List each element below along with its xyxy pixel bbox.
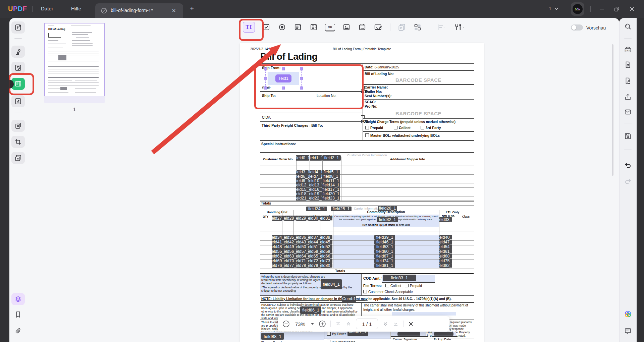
form-field-overlay[interactable]: field25_1 [331,207,352,211]
combobox-field-tool[interactable] [293,23,302,32]
form-field-overlay[interactable]: field18_1 [296,192,309,196]
customer-check-checkbox[interactable] [363,290,367,293]
form-field-overlay[interactable]: field64_1 [296,254,308,259]
form-field-overlay[interactable]: field76_1 [272,263,284,268]
form-field-overlay[interactable]: field6_1 [296,174,309,179]
resize-handle[interactable] [264,87,267,90]
sidebar-item-crop[interactable] [11,136,25,148]
form-field-overlay[interactable] [397,332,420,336]
form-field-overlay[interactable]: field45_1 [320,240,332,244]
tab-close-icon[interactable]: ✕ [172,8,176,14]
undo-button[interactable] [624,161,632,170]
redo-button[interactable] [624,177,632,186]
vertical-scrollbar[interactable] [612,44,613,176]
sidebar-item-attachment[interactable] [14,327,22,335]
form-field-overlay[interactable]: field44_1 [308,240,320,244]
form-field-overlay[interactable]: field13_1 [309,183,322,187]
form-field-overlay[interactable]: field51_1 [308,244,320,249]
form-field-overlay[interactable]: field19_1 [309,192,322,196]
convert-button[interactable] [624,60,632,69]
sidebar-item-comment[interactable] [11,46,25,58]
form-field-overlay[interactable]: field82_1 [439,263,452,268]
button-field-tool[interactable]: OK [325,24,335,31]
form-field-overlay[interactable]: field57_1 [296,249,308,254]
form-field-overlay[interactable]: field60_1 [374,249,395,254]
form-field-overlay[interactable] [434,332,453,336]
form-field-overlay[interactable]: field59_1 [320,249,332,254]
sidebar-item-fill-sign[interactable] [11,95,25,107]
resize-handle[interactable] [282,87,285,90]
signature-field-tool[interactable] [374,23,383,32]
align-tool[interactable] [436,23,446,32]
form-field-overlay[interactable]: field23_1 [322,196,340,201]
preview-toggle[interactable] [571,24,583,31]
form-field-overlay[interactable]: field20_1 [322,192,340,196]
form-field-overlay[interactable]: field49_1 [284,244,296,249]
duplicate-tool[interactable] [397,23,406,32]
field-selection-rect[interactable] [265,69,302,88]
form-field-overlay[interactable]: field9_1 [296,179,309,183]
form-field-overlay[interactable]: field75_1 [439,259,452,263]
form-field-overlay[interactable]: field32_1 [377,217,398,222]
listbox-field-tool[interactable] [309,23,318,32]
resize-handle[interactable] [300,87,303,90]
minimize-button[interactable] [599,6,605,12]
save-button[interactable] [624,132,632,140]
form-field-overlay[interactable]: field1_1 [310,155,322,161]
form-field-overlay[interactable]: field30_1 [308,216,320,221]
page-count-dropdown[interactable]: 1 [549,6,558,11]
form-field-overlay[interactable]: field67_1 [374,254,395,259]
share-button[interactable] [624,93,632,101]
by-driver-checkbox[interactable] [327,332,331,336]
form-field-overlay[interactable]: field22_1 [309,196,322,201]
checkbox-field-tool[interactable] [262,23,271,32]
form-field-overlay[interactable]: field72_1 [308,259,320,263]
page-thumbnail[interactable]: Bill of Lading [44,23,105,97]
form-field-overlay[interactable]: field4_1 [309,170,322,174]
radio-field-tool[interactable] [278,23,286,32]
resize-handle[interactable] [300,77,303,80]
form-field-overlay[interactable]: field38_1 [320,235,332,240]
form-field-overlay[interactable]: field71_1 [296,259,308,263]
form-field-overlay[interactable]: field15_1 [296,187,309,192]
form-field-overlay[interactable]: field7_1 [309,174,322,179]
form-field-overlay[interactable]: field83_1 [383,275,416,281]
form-field-overlay[interactable]: field79_1 [308,263,320,268]
form-field-overlay[interactable]: field12_1 [296,183,309,187]
grid-layout-tool[interactable] [413,23,422,32]
protect-button[interactable] [624,76,632,85]
resize-handle[interactable] [264,67,267,70]
close-zoombar-button[interactable] [408,321,414,327]
image-field-tool[interactable] [342,23,351,32]
form-field-overlay[interactable]: field11_1 [322,179,340,183]
fee-collect-checkbox[interactable] [385,284,389,287]
form-field-overlay[interactable]: field14_1 [322,183,340,187]
form-field-overlay[interactable]: field24_1 [306,207,327,211]
form-field-overlay[interactable]: field16_1 [309,187,322,192]
form-field-overlay[interactable]: field62_1 [272,254,284,259]
new-tab-button[interactable]: + [190,4,194,12]
form-field-overlay[interactable]: field21_1 [296,196,309,201]
form-field-overlay[interactable]: field50_1 [296,244,308,249]
previous-page-button[interactable] [345,321,352,327]
sidebar-item-edit[interactable] [11,62,25,74]
sidebar-item-slideshow[interactable] [11,152,25,164]
menu-datei[interactable]: Datei [41,6,53,11]
document-tab[interactable]: bill-of-lading-form-1* ✕ [95,3,183,18]
date-field-tool[interactable] [358,23,367,32]
resize-handle[interactable] [264,77,267,80]
form-field-overlay[interactable]: field41_1 [272,240,284,244]
form-field-overlay[interactable]: field86_1 [300,306,321,314]
form-field-overlay[interactable]: field43_1 [296,240,308,244]
sidebar-item-bookmark[interactable] [14,310,22,319]
form-field-overlay[interactable]: field84_1 [321,279,342,289]
form-field-overlay[interactable]: field69_1 [272,259,284,263]
text-field-tool[interactable]: TI [243,22,255,33]
form-field-overlay[interactable]: field36_1 [296,235,308,240]
zoom-in-button[interactable] [319,320,326,328]
form-field-overlay[interactable]: field61_1 [439,249,452,254]
form-field-overlay[interactable]: field27_1 [272,216,284,221]
fee-prepaid-checkbox[interactable] [405,284,409,287]
tools-menu[interactable] [453,23,465,32]
form-field-overlay[interactable]: field2_1 [322,155,341,161]
